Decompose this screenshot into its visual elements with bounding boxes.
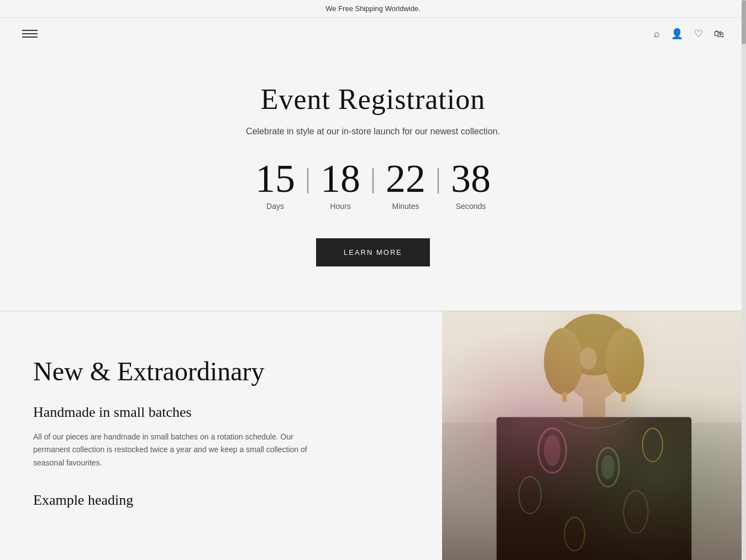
header: ⌕ 👤 ♡ 🛍 xyxy=(0,18,746,50)
seconds-label: Seconds xyxy=(456,202,486,211)
countdown-days: 15 Days xyxy=(255,159,295,211)
countdown-hours: 18 Hours xyxy=(321,159,360,211)
countdown-minutes: 22 Minutes xyxy=(386,159,425,211)
header-icons: ⌕ 👤 ♡ 🛍 xyxy=(654,28,724,40)
minutes-label: Minutes xyxy=(392,202,419,211)
content-section: New & Extraordinary Handmade in small ba… xyxy=(0,311,746,560)
hours-label: Hours xyxy=(330,202,350,211)
hamburger-line-1 xyxy=(22,30,38,31)
main-heading: New & Extraordinary xyxy=(33,355,409,388)
event-registration-section: Event Registration Celebrate in style at… xyxy=(0,50,746,311)
countdown-timer: 15 Days | 18 Hours | 22 Minutes | 38 Sec… xyxy=(22,159,724,211)
shopping-bag-icon[interactable]: 🛍 xyxy=(714,28,724,40)
separator-1: | xyxy=(305,163,311,193)
hours-value: 18 xyxy=(321,159,360,198)
user-icon[interactable]: 👤 xyxy=(671,28,683,40)
scrollbar-track[interactable] xyxy=(742,0,746,560)
separator-2: | xyxy=(370,163,376,193)
sub-heading: Handmade in small batches xyxy=(33,404,409,421)
event-title: Event Registration xyxy=(22,83,724,116)
scrollbar-thumb[interactable] xyxy=(742,0,746,44)
countdown-seconds: 38 Seconds xyxy=(451,159,491,211)
hamburger-menu-button[interactable] xyxy=(22,30,38,38)
fashion-image-overlay xyxy=(442,311,746,560)
fashion-image xyxy=(442,311,746,560)
days-value: 15 xyxy=(255,159,295,198)
learn-more-button[interactable]: LEARN MORE xyxy=(316,238,430,266)
hamburger-line-3 xyxy=(22,36,38,38)
separator-3: | xyxy=(435,163,441,193)
days-label: Days xyxy=(266,202,284,211)
event-subtitle: Celebrate in style at our in-store launc… xyxy=(22,127,724,137)
body-text: All of our pieces are handmade in small … xyxy=(33,431,321,470)
fashion-image-container xyxy=(442,311,746,560)
content-left: New & Extraordinary Handmade in small ba… xyxy=(0,311,442,560)
hamburger-line-2 xyxy=(22,33,38,34)
seconds-value: 38 xyxy=(451,159,491,198)
example-heading: Example heading xyxy=(33,492,409,509)
minutes-value: 22 xyxy=(386,159,425,198)
announcement-bar: We Free Shipping Worldwide. xyxy=(0,0,746,18)
heart-icon[interactable]: ♡ xyxy=(694,28,703,40)
announcement-text: We Free Shipping Worldwide. xyxy=(325,4,421,13)
search-icon[interactable]: ⌕ xyxy=(654,28,660,40)
